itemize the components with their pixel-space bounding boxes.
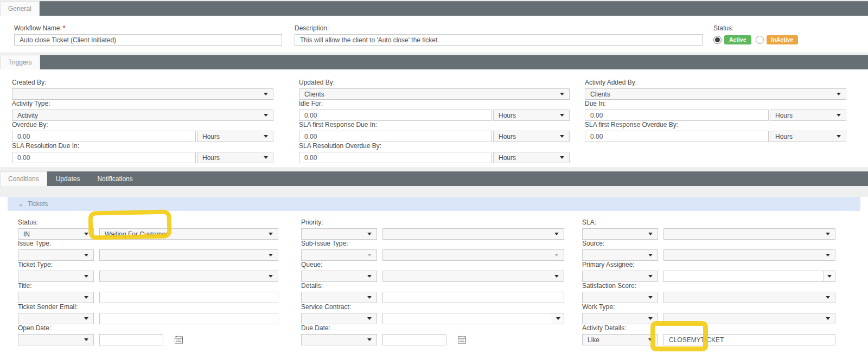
tab-updates[interactable]: Updates [47, 172, 89, 186]
dropdown-arrow-icon [556, 317, 560, 320]
primary-assignee-dropdown-button[interactable] [823, 271, 835, 282]
ticket-sender-email-operator-select[interactable] [18, 313, 94, 324]
status-condition-field: Status: IN Waiting For Customer [18, 219, 278, 240]
activity-details-operator-select[interactable]: Like [582, 334, 658, 345]
priority-operator-select[interactable] [301, 228, 377, 240]
sla-value-select[interactable] [663, 228, 835, 240]
workflow-name-label-text: Workflow Name: [14, 24, 62, 32]
status-active-radio[interactable] [713, 36, 722, 44]
due-date-operator-select[interactable] [301, 334, 377, 345]
issue-type-operator-select[interactable] [18, 249, 94, 261]
ticket-type-value-select[interactable] [99, 271, 278, 282]
updated-by-select[interactable]: Clients [299, 88, 570, 100]
dropdown-arrow-icon [648, 254, 653, 256]
title-operator-select[interactable] [18, 292, 94, 303]
source-condition-field: Source: [582, 240, 835, 261]
ticket-type-operator-select[interactable] [18, 271, 94, 282]
sla-resolution-overdue-by-input[interactable] [299, 152, 492, 163]
idle-for-input[interactable] [299, 110, 492, 121]
sla-resolution-due-in-field: SLA Resolution Due In: Hours [12, 142, 273, 163]
dropdown-arrow-icon [560, 114, 564, 117]
details-condition-field: Details: [301, 282, 564, 303]
sla-resolution-due-in-unit-select[interactable]: Hours [197, 152, 273, 163]
issue-type-value-select[interactable] [99, 249, 278, 261]
service-contract-combobox[interactable] [382, 313, 564, 324]
sla-resolution-overdue-by-unit-select[interactable]: Hours [493, 152, 570, 163]
work-type-condition-field: Work Type: [582, 303, 835, 324]
dropdown-arrow-icon [554, 254, 559, 256]
conditions-tab-row: Conditions Updates Notifications [0, 171, 868, 186]
satisfaction-score-value-select[interactable] [663, 292, 835, 303]
work-type-operator-select[interactable] [582, 313, 658, 324]
due-date-input[interactable] [382, 334, 446, 345]
activity-details-input[interactable] [663, 334, 835, 345]
activity-type-select[interactable]: Activity [12, 110, 273, 121]
tab-conditions[interactable]: Conditions [0, 171, 47, 186]
dropdown-arrow-icon [554, 275, 559, 278]
due-date-calendar-button[interactable] [456, 334, 467, 345]
status-active-badge: Active [724, 35, 751, 44]
open-date-operator-select[interactable] [18, 334, 94, 345]
sla-resolution-overdue-by-field: SLA Resolution Overdue By: Hours [299, 142, 570, 163]
priority-value-select[interactable] [382, 228, 564, 240]
queue-label: Queue: [301, 261, 564, 269]
primary-assignee-operator-select[interactable] [582, 271, 658, 282]
title-input[interactable] [99, 292, 278, 303]
tickets-accordion-header[interactable]: ⌄ Tickets [8, 197, 860, 211]
details-label: Details: [301, 282, 564, 290]
tab-general[interactable]: General [0, 1, 40, 16]
workflow-name-input[interactable] [14, 34, 282, 46]
details-operator-select[interactable] [301, 292, 377, 303]
status-value-select[interactable]: Waiting For Customer [99, 228, 278, 240]
queue-value-select[interactable] [382, 271, 564, 282]
open-date-calendar-button[interactable] [173, 334, 184, 345]
ticket-sender-email-input[interactable] [99, 313, 278, 324]
conditions-panel: ⌄ Tickets Status: IN Waiting For Custome… [0, 197, 868, 353]
primary-assignee-combobox[interactable] [663, 271, 835, 282]
overdue-by-unit-select[interactable]: Hours [197, 131, 273, 142]
source-operator-select[interactable] [582, 249, 658, 261]
calendar-icon [457, 335, 467, 344]
sla-first-response-due-in-unit-select[interactable]: Hours [493, 131, 570, 142]
sla-first-response-overdue-by-input[interactable] [585, 131, 769, 142]
due-in-input[interactable] [585, 110, 769, 121]
status-operator-select[interactable]: IN [18, 228, 94, 240]
idle-for-unit-select[interactable]: Hours [493, 110, 570, 121]
details-input[interactable] [382, 292, 564, 303]
overdue-by-label: Overdue By: [12, 121, 273, 129]
source-value-select[interactable] [663, 249, 835, 261]
dropdown-arrow-icon [264, 156, 268, 159]
sla-resolution-due-in-label: SLA Resolution Due In: [12, 142, 273, 150]
due-in-unit-select[interactable]: Hours [770, 110, 846, 121]
status-inactive-radio[interactable] [756, 36, 764, 44]
service-contract-operator-select[interactable] [301, 313, 377, 324]
general-tab-bar [40, 1, 868, 16]
service-contract-input[interactable] [382, 313, 552, 324]
chevron-down-icon: ⌄ [18, 201, 24, 207]
sla-label: SLA: [582, 219, 835, 227]
overdue-by-input[interactable] [12, 131, 196, 142]
sla-operator-select[interactable] [582, 228, 658, 240]
tab-triggers[interactable]: Triggers [0, 55, 40, 69]
required-asterisk: * [63, 24, 66, 32]
issue-type-condition-field: Issue Type: [18, 240, 278, 261]
sla-first-response-overdue-by-unit-select[interactable]: Hours [770, 131, 846, 142]
ticket-sender-email-label: Ticket Sender Email: [18, 303, 278, 311]
sla-resolution-due-in-input[interactable] [12, 152, 196, 163]
open-date-input[interactable] [99, 334, 163, 345]
queue-operator-select[interactable] [301, 271, 377, 282]
due-in-field: Due In: Hours [585, 100, 846, 121]
dropdown-arrow-icon [560, 93, 564, 95]
activity-added-by-select[interactable]: Clients [585, 88, 846, 100]
service-contract-dropdown-button[interactable] [552, 313, 564, 324]
sla-first-response-due-in-input[interactable] [299, 131, 492, 142]
description-input[interactable] [295, 34, 703, 46]
calendar-icon [174, 335, 183, 344]
dropdown-arrow-icon [560, 156, 564, 159]
created-by-select[interactable] [12, 88, 273, 100]
dropdown-arrow-icon [367, 338, 372, 341]
tab-notifications[interactable]: Notifications [88, 172, 141, 186]
work-type-value-select[interactable] [663, 313, 835, 324]
primary-assignee-input[interactable] [663, 271, 824, 282]
satisfaction-score-operator-select[interactable] [582, 292, 658, 303]
